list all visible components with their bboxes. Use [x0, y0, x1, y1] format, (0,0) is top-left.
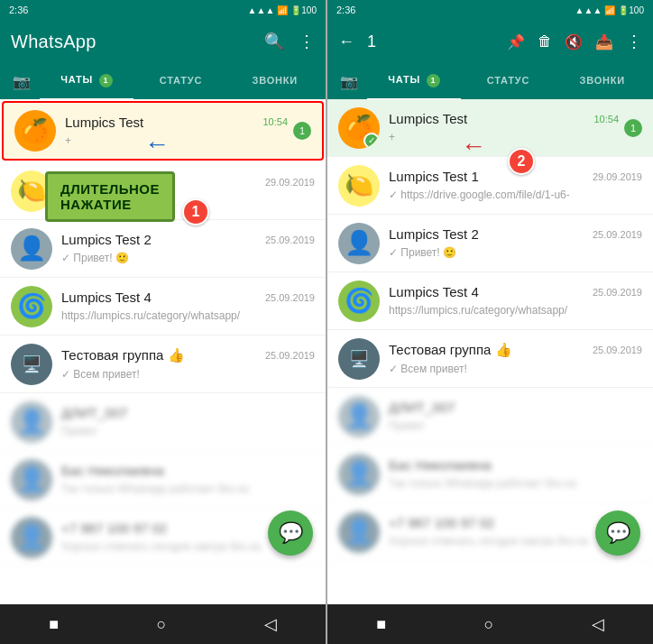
r-avatar-blurred-2: 👤	[338, 454, 380, 495]
left-bottom-nav: ■ ○ ◁	[0, 604, 326, 644]
r-chat-info-lumpics-test: Lumpics Test 10:54 +	[389, 111, 619, 144]
r-chat-top-b1: ДЛИТ_007	[389, 400, 642, 415]
r-chat-info-blurred-2: Бас Николаевна Так только Whatsapp работ…	[389, 457, 642, 491]
r-chat-preview-b2: Так только Whatsapp работает без ка	[389, 477, 576, 490]
chat-item-lumpics-test4[interactable]: 🌀 Lumpics Test 4 25.09.2019 https://lump…	[0, 278, 326, 336]
nav-back-icon[interactable]: ◁	[264, 614, 277, 634]
nav-square-icon[interactable]: ■	[49, 615, 59, 634]
chat-preview-b3: Хорошо отвечать сегодня завтра без ка	[61, 540, 261, 553]
avatar-test-group: 🖥️	[11, 344, 52, 385]
chat-info-lumpics-test: Lumpics Test 10:54 +	[65, 115, 288, 148]
r-chat-top-b2: Бас Николаевна	[389, 457, 642, 473]
right-tab-bar: 📷 ЧАТЫ 1 СТАТУС ЗВОНКИ	[327, 63, 653, 99]
right-time: 2:36	[336, 5, 355, 15]
app-title: WhatsApp	[11, 32, 97, 52]
r-chat-time-5: 25.09.2019	[593, 345, 642, 355]
r-chat-info-lumpics-test1: Lumpics Test 1 29.09.2019 ✓ https://driv…	[389, 169, 642, 202]
r-chat-preview-b1: Привет	[389, 419, 425, 432]
r-chat-preview-b3: Хорошо отвечать сегодня завтра без ка	[389, 535, 588, 547]
r-nav-circle-icon[interactable]: ○	[483, 615, 493, 634]
back-icon[interactable]: ←	[338, 32, 354, 51]
r-chat-name-2: Lumpics Test 2	[389, 226, 479, 242]
r-chats-badge: 1	[427, 74, 440, 87]
chat-preview-4: https://lumpics.ru/category/whatsapp/	[61, 309, 240, 322]
r-tab-chats[interactable]: ЧАТЫ 1	[367, 63, 461, 100]
chat-name-5: Тестовая группа 👍	[61, 347, 185, 363]
chat-item-lumpics-test[interactable]: 🍊 Lumpics Test 10:54 + 1	[2, 101, 324, 161]
chat-preview-b2: Так только Whatsapp работает без ка	[61, 483, 249, 495]
chat-preview-b1: Привет	[61, 425, 97, 437]
chat-top-1: Lumpics Test 1 29.09.2019	[61, 174, 315, 189]
r-signal-icon: ▲▲▲	[575, 5, 602, 15]
selection-bar-left: ← 1	[338, 32, 376, 51]
r-chat-item-test-group[interactable]: 🖥️ Тестовая группа 👍 25.09.2019 ✓ Всем п…	[327, 330, 653, 388]
chat-top-5: Тестовая группа 👍 25.09.2019	[61, 347, 315, 363]
r-tab-calls[interactable]: ЗВОНКИ	[556, 64, 649, 98]
r-tab-status[interactable]: СТАТУС	[461, 64, 555, 98]
chat-top-b1: ДЛИТ_007	[61, 405, 315, 420]
r-nav-back-icon[interactable]: ◁	[592, 614, 604, 634]
r-nav-square-icon[interactable]: ■	[376, 615, 386, 634]
r-chat-item-lumpics-test[interactable]: 🍊 ✓ Lumpics Test 10:54 + 1	[327, 99, 653, 157]
chat-name-b2: Бас Николаевна	[61, 463, 164, 478]
right-selection-bar: ← 1 📌 🗑 🔇 📥 ⋮	[327, 20, 653, 63]
chat-top-4: Lumpics Test 4 25.09.2019	[61, 290, 315, 305]
pin-icon[interactable]: 📌	[507, 33, 525, 51]
menu-icon[interactable]: ⋮	[299, 32, 315, 51]
search-icon[interactable]: 🔍	[264, 32, 284, 51]
left-tab-bar: 📷 ЧАТЫ 1 СТАТУС ЗВОНКИ	[0, 63, 326, 99]
chat-top: Lumpics Test 10:54	[65, 115, 288, 130]
right-status-bar: 2:36 ▲▲▲ 📶 🔋100	[327, 0, 653, 20]
battery-icon: 🔋100	[290, 5, 317, 15]
chat-item-test-group[interactable]: 🖥️ Тестовая группа 👍 25.09.2019 ✓ Всем п…	[0, 336, 326, 393]
r-avatar-blurred-1: 👤	[338, 396, 380, 437]
r-chat-item-lumpics-test4[interactable]: 🌀 Lumpics Test 4 25.09.2019 https://lump…	[327, 272, 653, 330]
r-camera-tab-icon[interactable]: 📷	[331, 73, 367, 90]
r-chat-time-1: 29.09.2019	[593, 171, 642, 182]
chat-time-5: 25.09.2019	[265, 350, 315, 361]
r-chat-name: Lumpics Test	[389, 111, 467, 126]
tab-status[interactable]: СТАТУС	[133, 64, 227, 98]
tab-calls[interactable]: ЗВОНКИ	[228, 64, 322, 98]
nav-circle-icon[interactable]: ○	[156, 615, 166, 634]
app-bar-icons: 🔍 ⋮	[264, 32, 315, 51]
chat-info-lumpics-test1: Lumpics Test 1 29.09.2019 ✓https	[61, 174, 315, 207]
r-chat-preview-5: ✓ Всем привет!	[389, 363, 467, 375]
r-chat-top-5: Тестовая группа 👍 25.09.2019	[389, 342, 642, 358]
r-chat-time: 10:54	[593, 114, 619, 124]
r-chat-name-4: Lumpics Test 4	[389, 284, 479, 299]
chat-item-lumpics-test2[interactable]: 👤 Lumpics Test 2 25.09.2019 ✓ Привет! 🙂	[0, 220, 326, 278]
chat-name-b1: ДЛИТ_007	[61, 405, 127, 420]
chat-name-2: Lumpics Test 2	[61, 232, 152, 247]
r-chat-info-lumpics-test2: Lumpics Test 2 25.09.2019 ✓ Привет! 🙂	[389, 226, 642, 260]
r-avatar-test-group: 🖥️	[338, 338, 380, 380]
right-phone-panel: 2:36 ▲▲▲ 📶 🔋100 ← 1 📌 🗑 🔇 📥 ⋮ 📷 ЧАТЫ 1 С…	[327, 0, 653, 644]
chat-preview: +	[65, 134, 71, 147]
chats-badge: 1	[99, 74, 113, 87]
left-time: 2:36	[9, 5, 28, 15]
avatar-lumpics-test2: 👤	[11, 228, 52, 270]
chat-preview-1: ✓https	[61, 194, 94, 207]
r-chat-item-lumpics-test1[interactable]: 🍋 Lumpics Test 1 29.09.2019 ✓ https://dr…	[327, 157, 653, 215]
r-chat-time-2: 25.09.2019	[593, 229, 642, 240]
fab-new-chat[interactable]: 💬	[268, 511, 313, 556]
menu-icon-r[interactable]: ⋮	[626, 32, 642, 51]
chat-item-blurred-2: 👤 Бас Николаевна Так только Whatsapp раб…	[0, 451, 326, 509]
chat-name-4: Lumpics Test 4	[61, 290, 152, 305]
r-chat-item-lumpics-test2[interactable]: 👤 Lumpics Test 2 25.09.2019 ✓ Привет! 🙂	[327, 215, 653, 272]
r-avatar-blurred-3: 👤	[338, 511, 380, 553]
chat-info-blurred-2: Бас Николаевна Так только Whatsapp работ…	[61, 463, 315, 496]
chat-info-lumpics-test2: Lumpics Test 2 25.09.2019 ✓ Привет! 🙂	[61, 232, 315, 265]
camera-tab-icon[interactable]: 📷	[4, 73, 40, 90]
delete-icon[interactable]: 🗑	[538, 33, 552, 50]
chat-item-lumpics-test1[interactable]: 🍋 Lumpics Test 1 29.09.2019 ✓https	[0, 162, 326, 220]
tab-chats[interactable]: ЧАТЫ 1	[40, 63, 133, 100]
r-wifi-icon: 📶	[604, 5, 615, 15]
mute-icon[interactable]: 🔇	[565, 33, 583, 51]
archive-icon[interactable]: 📥	[595, 33, 613, 51]
r-chat-name-5: Тестовая группа 👍	[389, 342, 512, 358]
avatar-blurred-3: 👤	[11, 517, 52, 558]
chat-top-b2: Бас Николаевна	[61, 463, 315, 478]
r-fab-new-chat[interactable]: 💬	[595, 511, 640, 556]
chat-name-1: Lumpics Test 1	[61, 174, 152, 189]
